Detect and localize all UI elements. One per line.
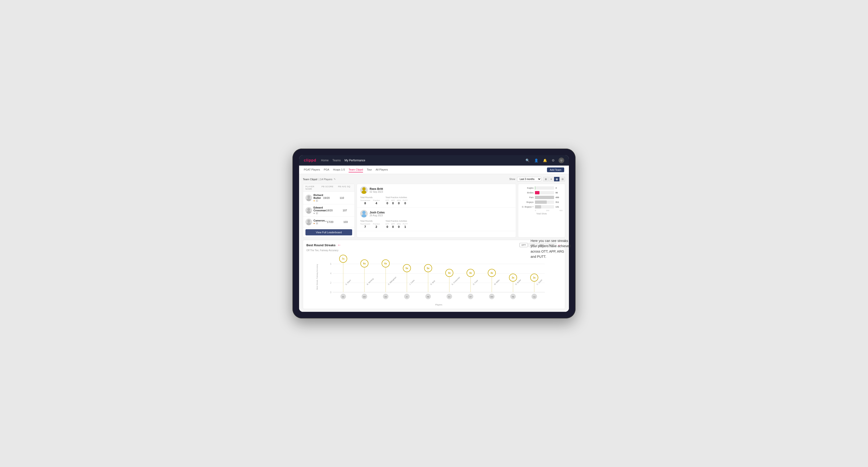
team-header: Team Clippd | 14 Players ✎ Show Last 3 m… (303, 177, 565, 181)
bar-row-bogeys: Bogeys 311 (521, 200, 563, 204)
chart-panel: Eagles 3 Birdies (518, 184, 565, 238)
avatar (305, 195, 312, 201)
view-leaderboard-button[interactable]: View Full Leaderboard (305, 229, 352, 236)
streaks-subtitle: Off The Tee, Fairway Accuracy (306, 249, 562, 252)
streaks-section: Best Round Streaks ← OTT APP ARG PUTT ← (303, 240, 565, 309)
user-icon-btn[interactable]: 👤 (533, 158, 539, 163)
app-label: APP (391, 199, 395, 201)
nav-home[interactable]: Home (321, 158, 329, 163)
player-name-rank: Edward Crossman ♥ 2 (313, 206, 326, 215)
card-view-btn[interactable]: ▦ (554, 177, 559, 181)
bar-label-pars: Pars (521, 196, 533, 198)
main-content: Team Clippd | 14 Players ✎ Show Last 3 m… (299, 174, 569, 312)
edit-icon[interactable]: ✎ (334, 178, 336, 181)
practice-act-row: OTT 0 APP 0 (385, 199, 408, 205)
list-view-btn[interactable]: ≡ (549, 177, 554, 181)
user-avatar[interactable]: U (559, 158, 564, 163)
practice-activities-block: Total Practice Activities OTT 0 APP (385, 196, 408, 205)
avatar (305, 207, 312, 214)
sub-nav-tour[interactable]: Tour (367, 167, 372, 173)
bubble-chart-container: Best Streak, Fairway Accuracy 0 2 4 (318, 254, 559, 306)
svg-text:DB: DB (384, 296, 387, 298)
nav-bar: clippd Home Teams My Performance 🔍 👤 🔔 ⚙… (299, 155, 569, 165)
sub-nav-all-players[interactable]: All Players (376, 167, 388, 173)
bell-icon-btn[interactable]: 🔔 (542, 158, 548, 163)
svg-point-5 (307, 222, 311, 225)
sub-nav-pgat[interactable]: PGAT Players (304, 167, 320, 173)
putt-item: PUTT 0 (403, 199, 408, 205)
tournament-label: Tournament (360, 223, 370, 225)
streaks-header: Best Round Streaks ← OTT APP ARG PUTT ← (306, 243, 562, 247)
player-info: Edward Crossman ♥ 2 (305, 206, 326, 215)
svg-point-7 (362, 191, 366, 194)
player-info: Cameron... ♥ 3 (305, 219, 327, 225)
team-title: Team Clippd | 14 Players ✎ (303, 178, 336, 181)
svg-text:EC: EC (448, 296, 451, 298)
add-team-button[interactable]: Add Team (547, 167, 564, 172)
sub-nav: PGAT Players PGA Hcaps 1-5 Team Clippd T… (299, 165, 569, 174)
practice-act-label: Total Practice Activities (385, 220, 408, 222)
bar-track (535, 200, 554, 204)
ott-item: OTT 0 (385, 223, 389, 228)
period-select[interactable]: Last 3 months Last 6 months Last 12 mont… (517, 177, 541, 181)
view-icons: ⊞ ≡ ▦ ⊟ (543, 177, 565, 181)
table-row: Cameron... ♥ 3 17/20 103 (303, 217, 354, 227)
sub-nav-pga[interactable]: PGA (324, 167, 329, 173)
svg-text:5x: 5x (405, 267, 408, 270)
lb-col-avg: PB AVG SQ (338, 185, 352, 190)
app-item: APP 0 (391, 199, 395, 205)
tab-ott[interactable]: OTT (519, 243, 528, 247)
bar-val-eagles: 3 (555, 187, 563, 189)
tournament-rounds: Tournament 7 (360, 223, 370, 228)
bar-val-pars: 499 (555, 196, 563, 198)
settings-icon-btn[interactable]: ⚙ (551, 158, 556, 163)
putt-item: PUTT 1 (403, 223, 408, 228)
app-val: 0 (392, 201, 394, 205)
svg-text:0: 0 (330, 291, 331, 294)
sub-nav-team-clippd[interactable]: Team Clippd (349, 167, 363, 173)
total-rounds-label: Total Rounds (360, 220, 380, 222)
svg-text:RB: RB (512, 296, 514, 298)
avatar (360, 210, 368, 217)
putt-label: PUTT (403, 223, 408, 225)
bar-label-dbogeys: D. Bogeys + (521, 206, 533, 208)
annotation-text: Here you can see streaksyour players hav… (531, 238, 571, 259)
bar-row-eagles: Eagles 3 (521, 186, 563, 190)
svg-point-6 (362, 187, 366, 191)
x-label-200: 200 (546, 210, 549, 212)
tournament-val: 7 (365, 225, 366, 228)
detail-view-btn[interactable]: ⊟ (560, 177, 565, 181)
player-info: Richard Butler ♥ 1 (305, 194, 323, 202)
list-item: Josh Coles 26 Aug 2023 Total Rounds (357, 208, 516, 231)
grid-view-btn[interactable]: ⊞ (543, 177, 549, 181)
player-card-name: Rees Britt (370, 187, 383, 191)
app-item: APP 0 (391, 223, 395, 228)
putt-label: PUTT (403, 199, 408, 201)
arg-val: 0 (398, 225, 400, 228)
x-axis-label: Players (318, 304, 559, 306)
svg-text:CQ: CQ (533, 296, 536, 298)
practice-label: Practice (373, 223, 380, 225)
search-icon-btn[interactable]: 🔍 (525, 158, 530, 163)
svg-text:D. Billingham: D. Billingham (388, 276, 397, 285)
svg-text:R. Britt: R. Britt (430, 280, 436, 285)
svg-text:BM: BM (363, 296, 366, 298)
annotation-arrow: ← (338, 243, 341, 247)
app-logo: clippd (304, 158, 316, 162)
svg-text:DF: DF (469, 296, 471, 298)
svg-point-1 (307, 198, 311, 201)
nav-my-performance[interactable]: My Performance (344, 158, 365, 163)
sub-nav-hcaps[interactable]: Hcaps 1-5 (333, 167, 345, 173)
bar-label-birdies: Birdies (521, 191, 533, 194)
player-name: Edward Crossman (313, 206, 326, 212)
nav-teams[interactable]: Teams (332, 158, 341, 163)
bar-fill-birdies (535, 191, 539, 194)
list-item: Rees Britt 02 Sep 2023 Total Rounds (357, 184, 516, 208)
upper-grid: PLAYER NAME PB SCORE PB AVG SQ (303, 184, 565, 238)
practice-val: 4 (375, 201, 377, 205)
arg-val: 0 (398, 201, 400, 205)
svg-point-3 (307, 211, 311, 214)
player-card-info: Josh Coles 26 Aug 2023 Total Rounds (360, 210, 511, 228)
arg-label: ARG (397, 223, 401, 225)
player-name-rank: Cameron... ♥ 3 (313, 219, 327, 225)
